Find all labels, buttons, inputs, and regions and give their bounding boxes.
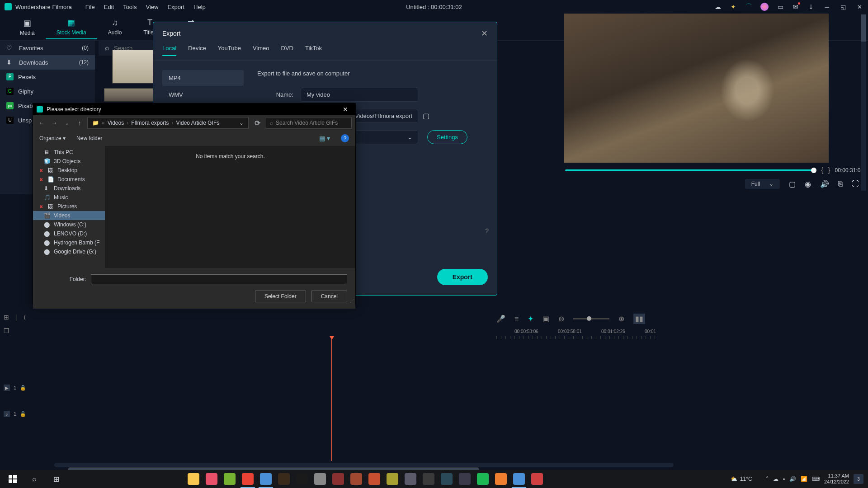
lock-icon[interactable]: 🔓 <box>20 411 26 417</box>
download-icon[interactable]: ⤓ <box>807 3 815 10</box>
crumb-current[interactable]: Video Article GIFs <box>176 120 220 126</box>
sidebar-giphy[interactable]: GGiphy <box>0 84 95 99</box>
sidebar-favorites[interactable]: ♡Favorites(0) <box>0 41 95 55</box>
tree-item-documents[interactable]: ✖📄Documents <box>33 175 105 184</box>
taskbar-app[interactable] <box>347 470 365 488</box>
crumb-videos[interactable]: Videos <box>108 120 124 126</box>
view-mode-button[interactable]: ▤ ▾ <box>319 135 330 142</box>
crop-icon[interactable]: ▣ <box>542 314 549 323</box>
taskbar-app[interactable] <box>474 470 492 488</box>
tree-item-downloads[interactable]: ⬇Downloads <box>33 184 105 193</box>
fullscreen-icon[interactable]: ⛶ <box>852 180 859 188</box>
nav-up-button[interactable]: ↑ <box>75 119 85 127</box>
nav-back-button[interactable]: ← <box>37 119 47 127</box>
mic-icon[interactable]: 🎤 <box>496 314 505 323</box>
settings-button[interactable]: Settings <box>427 130 467 144</box>
speaker-icon[interactable]: 🔊 <box>789 476 796 482</box>
export-tab-vimeo[interactable]: Vimeo <box>253 45 269 56</box>
export-tab-tiktok[interactable]: TikTok <box>305 45 322 56</box>
taskbar-app[interactable] <box>203 470 221 488</box>
sidebar-downloads[interactable]: ⬇Downloads(12) <box>0 55 95 70</box>
scrub-bar[interactable] <box>565 169 816 171</box>
format-mp4[interactable]: MP4 <box>162 70 244 86</box>
taskbar-app[interactable] <box>401 470 420 488</box>
taskbar-app[interactable] <box>492 470 510 488</box>
grid-icon[interactable]: ⊞ <box>4 314 9 321</box>
mark-in-icon[interactable]: { <box>821 166 823 174</box>
tree-item-pictures[interactable]: ✖🖼Pictures <box>33 202 105 211</box>
marker-icon[interactable]: ✦ <box>528 314 533 323</box>
taskbar-app[interactable] <box>221 470 239 488</box>
display-icon[interactable]: ▢ <box>789 180 796 188</box>
browse-folder-icon[interactable]: ▢ <box>423 112 429 120</box>
audio-track-header[interactable]: ♪1🔓 <box>4 408 26 420</box>
snapshot-icon[interactable]: ◉ <box>805 180 811 188</box>
taskbar-app[interactable] <box>329 470 347 488</box>
menu-help[interactable]: Help <box>193 4 206 10</box>
taskbar-app[interactable] <box>275 470 293 488</box>
taskbar-app[interactable] <box>293 470 311 488</box>
export-name-input[interactable] <box>301 88 418 102</box>
tab-stock-media[interactable]: ▦Stock Media <box>46 15 97 39</box>
lightbulb-icon[interactable]: ✦ <box>730 3 737 10</box>
tree-item-windowsc[interactable]: ⬤Windows (C:) <box>33 220 105 229</box>
new-folder-button[interactable]: New folder <box>76 135 102 141</box>
avatar-icon[interactable] <box>760 3 769 11</box>
cloud-icon[interactable]: ☁ <box>714 3 722 10</box>
headset-icon[interactable]: ⌒ <box>745 3 752 10</box>
language-icon[interactable]: ⌨ <box>812 476 820 482</box>
folder-input[interactable] <box>91 274 347 284</box>
nav-recent-button[interactable]: ⌄ <box>62 121 72 126</box>
quality-dropdown[interactable]: Full⌄ <box>745 179 780 189</box>
volume-icon[interactable]: 🔊 <box>820 180 829 188</box>
export-clip-icon[interactable]: ⎘ <box>838 180 843 188</box>
start-button[interactable] <box>2 470 24 488</box>
export-button[interactable]: Export <box>437 269 488 285</box>
video-preview[interactable] <box>564 14 829 163</box>
battery-icon[interactable]: ▪ <box>783 476 785 482</box>
help-icon[interactable]: ? <box>485 227 489 235</box>
taskbar-app[interactable] <box>420 470 438 488</box>
fit-icon[interactable]: ▮▮ <box>633 314 645 324</box>
taskbar-app[interactable] <box>365 470 383 488</box>
taskbar-app[interactable] <box>239 470 257 488</box>
message-icon[interactable]: ✉ <box>792 3 799 10</box>
tab-media[interactable]: ▣Media <box>9 15 46 39</box>
tab-audio[interactable]: ♫Audio <box>97 15 133 38</box>
maximize-button[interactable]: ◱ <box>839 4 847 10</box>
select-folder-button[interactable]: Select Folder <box>255 291 306 302</box>
close-button[interactable]: ✕ <box>855 4 863 10</box>
menu-export[interactable]: Export <box>167 4 184 10</box>
format-wmv[interactable]: WMV <box>162 87 244 103</box>
export-tab-youtube[interactable]: YouTube <box>218 45 241 56</box>
taskbar-app[interactable] <box>528 470 546 488</box>
taskbar-app[interactable] <box>311 470 329 488</box>
zoom-out-icon[interactable]: ⊖ <box>558 314 564 323</box>
organize-menu[interactable]: Organize ▾ <box>39 135 66 141</box>
tree-item-dobjects[interactable]: 🧊3D Objects <box>33 157 105 166</box>
zoom-slider[interactable] <box>573 318 609 319</box>
task-view-button[interactable]: ⊞ <box>45 470 67 488</box>
tree-item-music[interactable]: 🎵Music <box>33 193 105 202</box>
right-scrollbar[interactable] <box>861 14 866 191</box>
wifi-icon[interactable]: 📶 <box>801 476 807 482</box>
minimize-button[interactable]: ─ <box>823 4 831 10</box>
taskbar-app[interactable] <box>383 470 401 488</box>
taskbar-app[interactable] <box>456 470 474 488</box>
tree-item-googledriveg[interactable]: ⬤Google Drive (G:) <box>33 247 105 256</box>
weather-widget[interactable]: ⛅ 11°C <box>731 476 752 482</box>
sidebar-pexels[interactable]: PPexels <box>0 70 95 84</box>
media-thumbnail[interactable] <box>112 50 157 84</box>
timeline-ruler[interactable]: 00:00:53:06 00:00:58:01 00:01:02:26 00:0… <box>496 329 859 343</box>
nav-forward-button[interactable]: → <box>49 119 59 127</box>
save-icon[interactable]: ▭ <box>777 3 784 10</box>
layers-icon[interactable]: ❐ <box>4 327 9 334</box>
taskbar-app[interactable] <box>510 470 528 488</box>
tree-item-hydrogenbambf[interactable]: ⬤Hydrogen Bamb (F <box>33 238 105 247</box>
tree-item-lenovod[interactable]: ⬤LENOVO (D:) <box>33 229 105 238</box>
taskbar-app[interactable] <box>257 470 275 488</box>
chevron-down-icon[interactable]: ⌄ <box>239 120 244 126</box>
onedrive-icon[interactable]: ☁ <box>773 476 778 482</box>
taskbar-app[interactable] <box>438 470 456 488</box>
zoom-in-icon[interactable]: ⊕ <box>618 314 624 323</box>
